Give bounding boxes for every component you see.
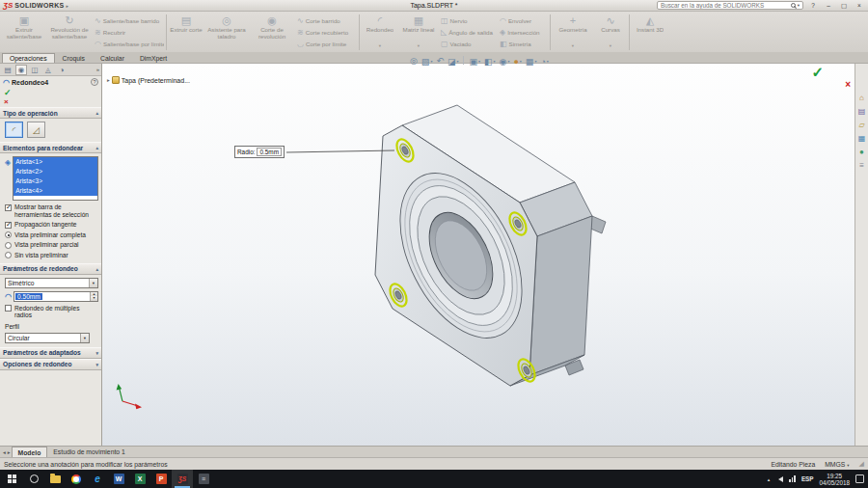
- checkbox-show-selection-toolbar[interactable]: [5, 204, 12, 211]
- view-orientation-button[interactable]: ▣: [469, 55, 480, 67]
- boundary-boss-button[interactable]: ◠ Saliente/base por límite: [93, 39, 164, 50]
- taskbar-solidworks[interactable]: ƷS: [172, 470, 193, 488]
- graphics-viewport[interactable]: ▸ Tapa (Predeterminad... Radio: 0.5mm ✓ …: [102, 64, 868, 446]
- instant-3d-button[interactable]: ◭ Instant 3D: [632, 14, 668, 51]
- action-center-icon[interactable]: [855, 474, 864, 483]
- section-header-fillet-parameters[interactable]: Parámetros de redondeo: [0, 263, 101, 275]
- callout-radius-input[interactable]: 0.5mm: [257, 148, 282, 156]
- taskpane-custom-properties-icon[interactable]: ≡: [856, 160, 867, 171]
- section-header-items-to-fillet[interactable]: Elementos para redondear: [0, 142, 101, 153]
- taskpane-file-explorer-icon[interactable]: ▱: [856, 120, 867, 130]
- featuremanager-tab[interactable]: ▤: [2, 65, 14, 75]
- intersect-button[interactable]: ◈ Intersección: [498, 26, 548, 38]
- dropdown-caret-icon[interactable]: [572, 34, 574, 51]
- pm-help-icon[interactable]: ?: [91, 78, 98, 86]
- edge-list-item[interactable]: Arista<2>: [14, 167, 97, 176]
- extrude-boss-button[interactable]: ▣ Extruir saliente/base: [2, 14, 46, 51]
- units-selector[interactable]: MMGS: [825, 461, 849, 468]
- fillet-button[interactable]: ◜ Redondeo: [362, 14, 398, 51]
- dropdown-caret-icon[interactable]: [89, 279, 97, 287]
- taskbar-powerpoint[interactable]: P: [150, 470, 172, 488]
- revolve-boss-button[interactable]: ↻ Revolución de saliente/base: [47, 14, 92, 51]
- volume-icon[interactable]: [775, 476, 783, 482]
- swept-boss-button[interactable]: ∿ Saliente/base barrido: [93, 14, 164, 26]
- taskbar-word[interactable]: W: [108, 470, 129, 488]
- tab-modelo[interactable]: Modelo: [12, 447, 48, 457]
- confirm-ok-button[interactable]: ✓: [811, 65, 824, 79]
- symmetry-dropdown[interactable]: Simétrico: [5, 278, 98, 288]
- dropdown-caret-icon[interactable]: [478, 55, 480, 67]
- dimxpertmanager-tab[interactable]: ◬: [42, 65, 54, 75]
- section-header-fillet-options[interactable]: Opciones de redondeo: [0, 359, 101, 370]
- tab-calcular[interactable]: Calcular: [93, 53, 132, 63]
- section-header-fillet-type[interactable]: Tipo de operación: [0, 107, 101, 119]
- part-right-face[interactable]: [529, 216, 592, 375]
- displaymanager-tab[interactable]: ◑: [56, 65, 68, 75]
- tab-dimxpert[interactable]: DimXpert: [132, 53, 175, 63]
- tab-croquis[interactable]: Croquis: [55, 53, 93, 63]
- dropdown-caret-icon[interactable]: [418, 34, 420, 51]
- help-button[interactable]: ?: [807, 2, 819, 9]
- minimize-button[interactable]: –: [823, 2, 834, 9]
- profile-dropdown[interactable]: Circular: [5, 333, 90, 343]
- spinner-control[interactable]: ▴▾: [90, 292, 97, 301]
- dropdown-caret-icon[interactable]: [430, 55, 432, 67]
- curves-button[interactable]: ∿ Curvas: [594, 14, 627, 51]
- language-indicator[interactable]: ESP: [801, 475, 814, 482]
- tab-motion-study[interactable]: Estudio de movimiento 1: [47, 447, 130, 457]
- taskpane-design-library-icon[interactable]: ▤: [856, 106, 867, 117]
- boundary-cut-button[interactable]: ◡ Corte por límite: [295, 39, 357, 50]
- taskbar-excel[interactable]: X: [129, 470, 150, 488]
- configurationmanager-tab[interactable]: ◫: [29, 65, 41, 75]
- status-options-icon[interactable]: ◢: [859, 460, 864, 468]
- dropdown-caret-icon[interactable]: [520, 55, 522, 67]
- dropdown-caret-icon[interactable]: [534, 55, 536, 67]
- tab-operaciones[interactable]: Operaciones: [2, 53, 55, 63]
- rib-button[interactable]: ◫ Nervio: [439, 14, 497, 26]
- confirm-cancel-button[interactable]: ×: [845, 80, 851, 90]
- tree-expand-icon[interactable]: ▸: [107, 77, 110, 83]
- dropdown-caret-icon[interactable]: [547, 55, 549, 67]
- edge-list-item[interactable]: Arista<4>: [14, 186, 97, 196]
- dropdown-caret-icon[interactable]: [80, 334, 89, 342]
- menu-expand-icon[interactable]: ▸: [66, 3, 68, 9]
- taskbar-file-explorer[interactable]: [44, 470, 66, 488]
- mirror-button[interactable]: ◧ Simetría: [498, 39, 548, 50]
- edit-appearance-button[interactable]: ●: [513, 55, 521, 67]
- radius-input[interactable]: 0.50mm ▴▾: [14, 291, 98, 302]
- start-button[interactable]: [0, 470, 23, 488]
- help-search-input[interactable]: [661, 2, 789, 9]
- taskbar-search-button[interactable]: [23, 470, 44, 488]
- feature-tree-flyout[interactable]: ▸ Tapa (Predeterminad...: [107, 76, 190, 84]
- shell-button[interactable]: ▢ Vaciado: [439, 39, 497, 50]
- radio-partial-preview[interactable]: [5, 242, 12, 249]
- close-button[interactable]: ×: [854, 2, 865, 9]
- search-options-icon[interactable]: ▾: [798, 3, 800, 8]
- previous-view-button[interactable]: ↶: [436, 56, 444, 66]
- display-style-button[interactable]: ◧: [484, 55, 496, 67]
- radio-no-preview[interactable]: [5, 252, 12, 258]
- fillet-type-constant-button[interactable]: ◜: [5, 122, 23, 138]
- taskpane-view-palette-icon[interactable]: ▦: [856, 133, 867, 144]
- edge-list-item[interactable]: Arista<1>: [14, 157, 97, 167]
- app-menu[interactable]: ƷS SOLIDWORKS ▸: [3, 2, 68, 10]
- search-icon[interactable]: [791, 3, 796, 8]
- lofted-cut-button[interactable]: ≋ Corte recubierto: [295, 26, 357, 38]
- manager-overflow-icon[interactable]: »: [96, 67, 99, 72]
- zoom-area-button[interactable]: ▧: [421, 55, 433, 67]
- network-icon[interactable]: [789, 475, 796, 482]
- linear-pattern-button[interactable]: ▦ Matriz lineal: [399, 14, 438, 51]
- apply-scene-button[interactable]: ▦: [526, 55, 537, 67]
- clock[interactable]: 19:25 04/05/2018: [819, 473, 850, 486]
- dropdown-caret-icon[interactable]: [507, 55, 509, 67]
- dropdown-caret-icon[interactable]: [494, 55, 496, 67]
- draft-button[interactable]: ◺ Ángulo de salida: [439, 26, 497, 38]
- graphics-area[interactable]: [102, 64, 868, 446]
- taskbar-chrome[interactable]: [66, 470, 87, 488]
- taskbar-notepad[interactable]: ≡: [193, 470, 214, 488]
- part-model[interactable]: [375, 105, 606, 386]
- taskpane-home-icon[interactable]: ⌂: [856, 93, 867, 103]
- pm-ok-button[interactable]: ✓: [4, 89, 12, 97]
- hole-wizard-button[interactable]: ◎ Asistente para taladro: [204, 14, 249, 51]
- section-view-button[interactable]: ◪: [448, 55, 459, 67]
